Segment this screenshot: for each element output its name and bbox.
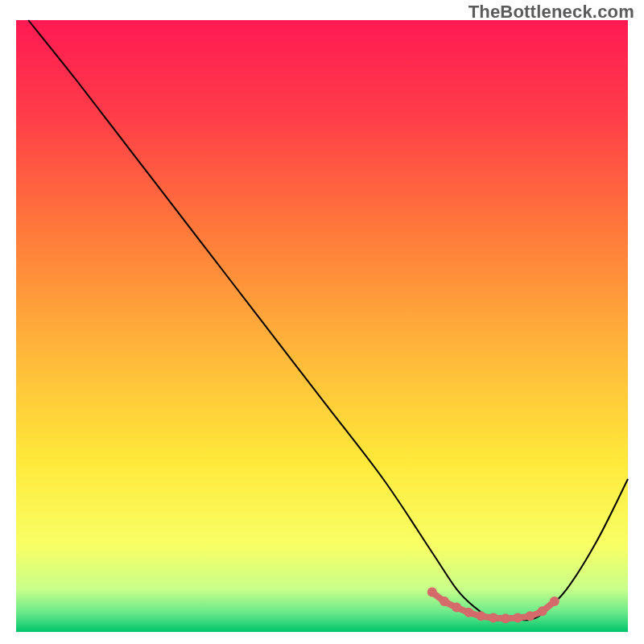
plot-background — [16, 20, 628, 632]
optimal-range-dot — [464, 608, 473, 617]
optimal-range-dot — [440, 597, 449, 606]
optimal-range-dot — [538, 606, 547, 616]
watermark-text: TheBottleneck.com — [469, 2, 634, 23]
optimal-range-dot — [452, 603, 461, 613]
optimal-range-dot — [489, 613, 498, 623]
optimal-range-dot — [501, 613, 510, 623]
bottleneck-chart — [0, 0, 644, 644]
optimal-range-dot — [513, 613, 522, 623]
chart-container: TheBottleneck.com — [0, 0, 644, 644]
optimal-range-dot — [550, 597, 559, 606]
optimal-range-dot — [427, 588, 437, 597]
optimal-range-dot — [525, 611, 535, 621]
optimal-range-dot — [477, 611, 486, 621]
